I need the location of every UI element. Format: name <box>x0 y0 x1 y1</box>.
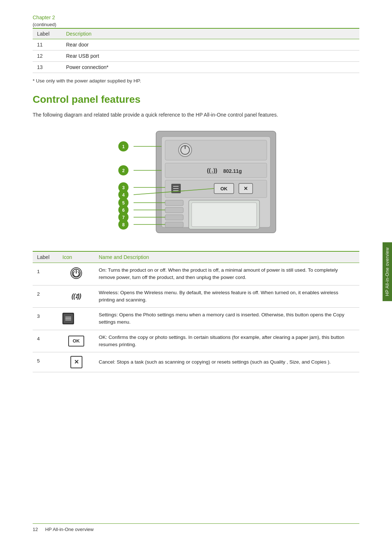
feature-label: 2 <box>33 285 58 308</box>
table-row: 12Rear USB port <box>33 50 359 62</box>
features-col-icon: Icon <box>58 251 94 263</box>
section-heading: Control panel features <box>33 94 359 105</box>
feature-description: On: Turns the product on or off. When th… <box>94 263 359 285</box>
feature-description: Wireless: Opens the Wireless menu. By de… <box>94 285 359 308</box>
svg-text:((: (( <box>207 167 211 174</box>
diagram-container: (( I )) 802.11g OK ✕ <box>33 127 359 240</box>
feature-icon: ((ɪ)) <box>58 285 94 308</box>
ok-icon: OK <box>68 336 84 347</box>
feature-description: OK: Confirms the copy or photo settings.… <box>94 330 359 352</box>
svg-text:6: 6 <box>122 208 125 213</box>
features-col-desc: Name and Description <box>94 251 359 263</box>
feature-icon <box>58 263 94 285</box>
feature-label: 5 <box>33 352 58 372</box>
svg-rect-23 <box>165 207 183 213</box>
svg-text:3: 3 <box>122 185 125 190</box>
svg-text:2: 2 <box>122 168 125 173</box>
col-header-label: Label <box>33 28 62 39</box>
features-table-row: 5 ✕ Cancel: Stops a task (such as scanni… <box>33 352 359 372</box>
control-panel-diagram: (( I )) 802.11g OK ✕ <box>109 127 283 240</box>
feature-description: Settings: Opens the Photo settings menu … <box>94 308 359 330</box>
svg-text:5: 5 <box>122 200 125 206</box>
svg-text:4: 4 <box>122 193 125 198</box>
svg-text:OK: OK <box>220 186 228 191</box>
cancel-icon: ✕ <box>70 356 82 368</box>
row-label: 11 <box>33 39 62 50</box>
svg-text:7: 7 <box>122 215 125 220</box>
svg-rect-22 <box>165 200 183 206</box>
svg-rect-24 <box>165 215 183 220</box>
table-continued: (continued) <box>33 22 359 27</box>
row-description: Rear USB port <box>62 50 359 62</box>
feature-label: 1 <box>33 263 58 285</box>
svg-text:1: 1 <box>122 144 125 149</box>
svg-text:✕: ✕ <box>244 186 248 191</box>
feature-label: 4 <box>33 330 58 352</box>
power-icon <box>70 267 82 279</box>
feature-description: Cancel: Stops a task (such as scanning o… <box>94 352 359 372</box>
wireless-icon: ((ɪ)) <box>72 292 81 300</box>
table-row: 11Rear door <box>33 39 359 50</box>
settings-icon <box>62 313 74 324</box>
footer-page-number: 12 <box>33 527 38 532</box>
row-description: Rear door <box>62 39 359 50</box>
features-table-row: 2 ((ɪ)) Wireless: Opens the Wireless men… <box>33 285 359 308</box>
row-label: 13 <box>33 62 62 73</box>
svg-rect-21 <box>192 203 257 227</box>
col-header-description: Description <box>62 28 359 39</box>
feature-icon: OK <box>58 330 94 352</box>
svg-text:8: 8 <box>122 222 125 227</box>
svg-text:I: I <box>212 170 213 175</box>
feature-label: 3 <box>33 308 58 330</box>
continuation-table: Label Description 11Rear door12Rear USB … <box>33 28 359 73</box>
chapter-label: Chapter 2 <box>33 15 359 20</box>
svg-text:)): )) <box>213 167 217 174</box>
page-footer: 12 HP All-in-One overview <box>33 523 359 532</box>
section-body: The following diagram and related table … <box>33 111 359 119</box>
footnote: * Use only with the power adapter suppli… <box>33 78 359 84</box>
feature-icon: ✕ <box>58 352 94 372</box>
row-description: Power connection* <box>62 62 359 73</box>
features-table-row: 4 OK OK: Confirms the copy or photo sett… <box>33 330 359 352</box>
features-table-row: 3 Settings: Opens the Photo settings men… <box>33 308 359 330</box>
svg-text:802.11g: 802.11g <box>223 168 242 174</box>
sidebar-tab: HP All-in-One overview <box>383 242 392 301</box>
page: HP All-in-One overview Chapter 2 (contin… <box>0 0 392 543</box>
footer-text: HP All-in-One overview <box>45 527 93 532</box>
table-row: 13Power connection* <box>33 62 359 73</box>
feature-icon <box>58 308 94 330</box>
features-table: Label Icon Name and Description 1 On: Tu… <box>33 251 359 372</box>
svg-rect-25 <box>165 222 183 227</box>
row-label: 12 <box>33 50 62 62</box>
features-col-label: Label <box>33 251 58 263</box>
features-table-row: 1 On: Turns the product on or off. When … <box>33 263 359 285</box>
